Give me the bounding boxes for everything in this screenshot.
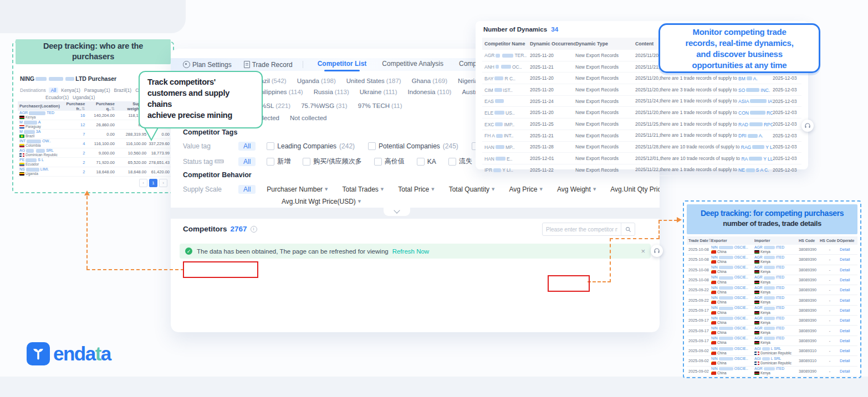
exporter-name[interactable]: NINOSCIE.. [711,306,754,310]
tag-option[interactable]: 购买/供应频次多 [303,157,361,166]
checkbox[interactable] [303,158,310,166]
destination-item[interactable]: Uganda(1) [73,95,95,100]
tab-competitive-analysis[interactable]: Competitive Analysis [382,60,443,69]
table-row[interactable]: 2025-09-02NINOSCIE..ChinaAGRITEDKenya380… [687,367,857,377]
dropdown-total-quantity[interactable]: Total Quantity▼ [449,185,495,193]
purchaser-name[interactable]: AGSRL [19,148,62,153]
destinations-all-chip[interactable]: All [49,87,58,93]
checkbox[interactable] [368,142,376,150]
detail-link[interactable]: Detail [840,369,856,374]
tag-option[interactable]: 新增 [267,157,290,166]
detail-link[interactable]: Detail [840,308,856,313]
importer-name[interactable]: AGRITED [754,367,799,371]
destination-item[interactable]: Kenya(1) [61,87,80,93]
table-row[interactable]: 2025-10-08NINOSCIE..ChinaAGRITEDKenya380… [687,255,857,265]
filter-item[interactable]: Not collected [290,115,326,121]
refresh-now-link[interactable]: Refresh Now [392,248,429,255]
detail-link[interactable]: Detail [840,257,856,262]
dropdown-avg-price[interactable]: Avg Price▼ [509,185,543,193]
exporter-name[interactable]: NINOSCIE.. [711,296,754,300]
checkbox[interactable] [448,158,456,166]
value-tag-all-chip[interactable]: All [238,142,256,151]
checkbox[interactable] [267,158,274,166]
filter-item[interactable]: Philippines(114) [256,89,303,95]
tag-option[interactable]: Leading Companies(242) [267,142,355,150]
table-row[interactable]: 2025-09-17NINOSCIE..ChinaAGRITEDKenya380… [687,316,857,326]
detail-link[interactable]: Detail [840,328,856,333]
purchaser-name[interactable]: MA [19,120,62,125]
search-input[interactable] [543,226,621,233]
exporter-name[interactable]: NINOSCIE.. [711,347,754,351]
exporter-name[interactable]: NINOSCIE.. [711,275,754,280]
purchaser-name[interactable]: AGRTED [19,111,62,115]
exporter-name[interactable]: NINOSCIE.. [711,245,754,250]
dropdown-total-price[interactable]: Total Price▼ [398,185,434,193]
dropdown-purchaser-number[interactable]: Purchaser Number▼ [267,185,328,193]
importer-name[interactable]: AGRITED [754,316,799,321]
table-row[interactable]: PES LEcuador271,920.0065,520.00278,651.4… [18,158,171,167]
table-row[interactable]: 2025-10-08NINOSCIE..ChinaAGRITEDKenya380… [687,245,857,255]
dropdown-avg-weight[interactable]: Avg Weight▼ [557,185,596,193]
importer-name[interactable]: AGRITED [754,275,799,280]
destination-item[interactable]: Ecuador(1) [45,95,69,100]
importer-name[interactable]: AGRITED [754,296,799,300]
importer-name[interactable]: AGRITED [754,245,799,250]
customer-service-button-2[interactable] [801,120,814,132]
filter-item[interactable]: Indonesia(110) [408,89,452,95]
table-row[interactable]: AGSRLDominican Republic29,000.0010,560.0… [18,148,171,158]
dropdown-avg-unit-qty-price-usd-[interactable]: Avg.Unit Qty Price(USD)▼ [610,185,660,193]
importer-name[interactable]: AGRITED [754,255,799,260]
filter-item[interactable]: %SL(221) [261,102,290,109]
purchaser-name[interactable]: PES L [19,158,62,162]
exporter-name[interactable]: NINOSCIE.. [711,367,754,371]
filter-item[interactable]: Uganda(198) [297,78,336,84]
table-row[interactable]: EAS2025-11-24New Export Records2025/11/2… [482,96,801,107]
checkbox[interactable] [374,158,382,166]
exporter-name[interactable]: NINOSCIE.. [711,316,754,321]
collapse-filters-button[interactable] [384,208,410,216]
detail-link[interactable]: Detail [840,247,856,252]
checkbox[interactable] [417,158,425,166]
table-row[interactable]: EXCIMP..2025-11-25New Export Records2025… [482,118,801,130]
tag-option[interactable]: 流失 [448,157,472,166]
plan-settings-button[interactable]: Plan Settings [183,61,232,69]
filter-item[interactable]: Ukraine(111) [360,89,397,95]
detail-link[interactable]: Detail [840,267,856,272]
importer-name[interactable]: AGRITED [754,265,799,270]
filter-item[interactable]: Ghana(169) [412,78,447,84]
trade-record-button[interactable]: Trade Record [244,61,293,69]
table-row[interactable]: IPRY LI..2025-11-22New Export Records202… [482,164,801,176]
table-row[interactable]: 2025-09-17NINOSCIE..ChinaAGRITEDKenya380… [687,336,857,346]
exporter-name[interactable]: NINOSCIE.. [711,265,754,270]
table-row[interactable]: BAYR C..2025-11-20New Export Records2025… [482,73,801,84]
detail-link[interactable]: Detail [840,298,856,303]
tag-option[interactable]: Potential Companies(245) [368,142,458,150]
filter-item[interactable]: Russia(113) [314,89,349,95]
detail-link[interactable]: Detail [840,358,856,363]
filter-item[interactable]: 75.7%WSG(31) [301,102,348,109]
dropdown-avg-unit-wgt-price-usd-[interactable]: Avg.Unit Wgt Price(USD)▼ [282,198,361,205]
close-icon[interactable]: × [641,247,645,255]
table-row[interactable]: CIMIST..2025-11-20New Export Records2025… [482,84,801,96]
detail-link[interactable]: Detail [840,287,856,292]
detail-link[interactable]: Detail [840,318,856,323]
importer-name[interactable]: AGIL SRL [754,357,799,361]
exporter-name[interactable]: NINOSCIE.. [711,336,754,341]
status-tag-all-chip[interactable]: All [238,157,256,166]
detail-link[interactable]: Detail [840,277,856,282]
search-button[interactable] [621,223,635,235]
detail-link[interactable]: Detail [840,348,856,353]
table-row[interactable]: ELEUS..2025-11-20New Export Records2025/… [482,107,801,118]
supply-scale-all-chip[interactable]: All [238,185,256,194]
detail-link[interactable]: Detail [840,338,856,343]
sort-icon[interactable]: ⇅ [111,106,115,111]
table-row[interactable]: 2025-10-08NINOSCIE..ChinaAGRITEDKenya380… [687,265,857,275]
tag-option[interactable]: KA [417,158,436,166]
filter-item[interactable]: 97% TECH(11) [358,102,402,109]
table-row[interactable]: 2025-09-22NINOSCIE..ChinaAGRITEDKenya380… [687,295,857,305]
sort-icon[interactable]: ⇅ [81,106,85,111]
importer-name[interactable]: AGIL SRL [754,347,799,351]
tab-competitor-list[interactable]: Competitor List [318,60,367,69]
exporter-name[interactable]: NINOSCIE.. [711,286,754,290]
table-row[interactable]: NSLIMI.Uganda218,648.0018,648.0061,420.0… [18,167,171,177]
